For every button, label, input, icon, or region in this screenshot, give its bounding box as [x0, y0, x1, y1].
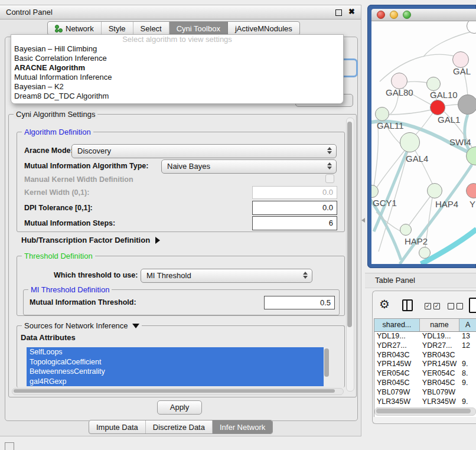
table-cell: YDL19... [374, 332, 420, 341]
panel-collapse-arrow-icon[interactable] [361, 218, 365, 223]
network-node-gal11[interactable] [375, 107, 389, 121]
apply-button[interactable]: Apply [157, 400, 202, 415]
mi-threshold-input[interactable]: 0.5 [264, 296, 335, 309]
minimize-traffic-light-icon[interactable] [390, 11, 398, 19]
network-node-hap4[interactable] [427, 183, 442, 198]
table-row[interactable]: YBR045CYBR045C9. [374, 379, 476, 388]
table-cell: 9. [459, 360, 476, 369]
table-row[interactable]: YBR043CYBR043C [374, 351, 476, 360]
tab-label: jActiveMNodules [235, 24, 292, 33]
bottom-tab-discretize-data[interactable]: Discretize Data [146, 420, 213, 433]
dropdown-item-dream8-dc-tdc-algorithm[interactable]: Dream8 DC_TDC Algorithm [11, 92, 343, 101]
cyni-settings-legend: Cyni Algorithm Settings [14, 110, 97, 119]
settings-scroll-thumb[interactable] [347, 122, 352, 327]
table-hscroll-thumb[interactable] [376, 409, 471, 413]
aracne-mode-select[interactable]: Discovery [71, 144, 337, 158]
close-window-icon[interactable]: ✖ [348, 7, 355, 16]
node-label-hap2: HAP2 [405, 236, 428, 246]
network-node-gal1[interactable] [430, 100, 445, 115]
network-canvas[interactable]: GALGAL80GAL10GAL1GAL11SWI4GAL4GCY1HAP4YH… [371, 21, 476, 264]
tab-style[interactable]: Style [102, 22, 133, 35]
table-panel-titlebar: Table Panel [365, 273, 476, 288]
dropdown-item-bayesian-k2[interactable]: Bayesian – K2 [11, 82, 343, 92]
network-node[interactable] [419, 247, 431, 259]
settings-hscroll-thumb[interactable] [14, 389, 335, 393]
bottom-tab-impute-data[interactable]: Impute Data [89, 420, 146, 433]
tab-jactivemnodules[interactable]: jActiveMNodules [228, 22, 299, 35]
network-node-gal80[interactable] [391, 73, 407, 89]
close-traffic-light-icon[interactable] [377, 11, 385, 19]
sources-legend-label: Sources for Network Inference [24, 321, 128, 330]
network-window-titlebar[interactable] [371, 9, 476, 21]
network-node-gal4[interactable] [400, 132, 420, 152]
table-cell: YER054C [374, 369, 420, 379]
hub-section-toggle[interactable]: Hub/Transcription Factor Definition [21, 236, 160, 244]
table-row[interactable]: YBL079WYBL079W [374, 388, 476, 397]
stepper-icon [327, 162, 332, 169]
control-panel-titlebar: Control Panel ✖ [0, 5, 361, 19]
tab-cyni-toolbox[interactable]: Cyni Toolbox [169, 22, 228, 35]
split-columns-icon[interactable] [402, 299, 413, 311]
mi-steps-input[interactable]: 6 [252, 216, 337, 230]
table-header-row: shared...nameA [374, 319, 476, 332]
kernel-width-input[interactable]: 0.0 [252, 186, 337, 199]
data-attributes-list[interactable]: SelfLoopsTopologicalCoefficientBetweenne… [27, 347, 330, 386]
table-cell: 9. [459, 379, 476, 388]
network-node-gal10[interactable] [426, 77, 441, 91]
bottom-tab-infer-network[interactable]: Infer Network [213, 420, 272, 433]
column-header-a[interactable]: A [459, 319, 476, 331]
control-panel-title: Control Panel [6, 8, 53, 17]
algorithm-definition-legend: Algorithm Definition [22, 128, 93, 136]
column-header-shared[interactable]: shared... [374, 319, 420, 331]
tab-label: Impute Data [96, 423, 138, 432]
tab-select[interactable]: Select [133, 22, 169, 35]
dropdown-item-bayesian-hill-climbing[interactable]: Bayesian – Hill Climbing [11, 44, 343, 54]
table-row[interactable]: YDR27...YDR27...12 [374, 341, 476, 351]
dpi-tolerance-input[interactable]: 0.0 [252, 201, 337, 215]
attribute-item-selfloops[interactable]: SelfLoops [27, 347, 330, 357]
settings-horizontal-scrollbar[interactable] [12, 388, 344, 395]
table-horizontal-scrollbar[interactable] [374, 407, 476, 416]
manual-kernel-checkbox[interactable] [325, 174, 334, 183]
table-cell: YER054C [420, 369, 459, 379]
new-table-icon[interactable] [469, 298, 476, 313]
attribute-item-betweennesscentrality[interactable]: BetweennessCentrality [27, 367, 330, 377]
select-all-columns-icon[interactable]: ✓✓ [425, 303, 440, 309]
minimized-panel-icon[interactable] [5, 442, 14, 450]
dropdown-item-mutual-information-inference[interactable]: Mutual Information Inference [11, 73, 343, 82]
which-threshold-value: MI Threshold [146, 271, 191, 280]
mi-threshold-definition-group: MI Threshold Definition Mutual Informati… [23, 289, 340, 315]
network-node-hap2[interactable] [400, 224, 412, 236]
deselect-all-columns-icon[interactable] [448, 303, 463, 309]
table-row[interactable]: YLR345WYLR345W9. [374, 397, 476, 407]
network-node-gal[interactable] [452, 51, 469, 68]
attribute-item-gal4rgexp[interactable]: gal4RGexp [27, 377, 330, 387]
float-window-icon[interactable] [335, 9, 342, 16]
table-row[interactable]: YER054CYER054C8. [374, 369, 476, 379]
tab-label: Select [141, 24, 162, 33]
table-cell: 9. [459, 397, 476, 407]
which-threshold-select[interactable]: MI Threshold [141, 269, 312, 283]
kernel-width-label: Kernel Width (0,1): [24, 188, 89, 197]
expand-right-icon [155, 237, 160, 244]
attribute-item-topologicalcoefficient[interactable]: TopologicalCoefficient [27, 357, 330, 367]
table-cell: YBR045C [420, 379, 459, 388]
zoom-traffic-light-icon[interactable] [403, 11, 411, 19]
table-settings-gear-icon[interactable]: ⚙ [379, 297, 390, 311]
control-panel-window: Control Panel ✖ NetworkStyleSelectCyni T… [0, 5, 361, 436]
table-row[interactable]: YDL19...YDL19...13 [374, 332, 476, 341]
data-attributes-label: Data Attributes [21, 333, 76, 342]
dropdown-item-basic-correlation-inference[interactable]: Basic Correlation Inference [11, 54, 343, 63]
table-cell: YBR045C [374, 379, 420, 388]
dropdown-item-aracne-algorithm[interactable]: ARACNE Algorithm [11, 63, 343, 73]
sources-legend[interactable]: Sources for Network Inference [22, 321, 142, 330]
column-header-name[interactable]: name [420, 319, 459, 331]
settings-vertical-scrollbar[interactable] [346, 118, 354, 392]
attributes-scrollbar[interactable] [324, 347, 330, 386]
table-row[interactable]: YPR145WYPR145W9. [374, 360, 476, 369]
node-table[interactable]: shared...nameA YDL19...YDL19...13YDR27..… [374, 318, 476, 417]
network-node[interactable] [458, 94, 476, 115]
algorithm-dropdown-placeholder: Select algorithm to view settings [11, 35, 343, 44]
mi-type-select[interactable]: Naive Bayes [161, 159, 337, 174]
tab-network[interactable]: Network [48, 22, 102, 35]
